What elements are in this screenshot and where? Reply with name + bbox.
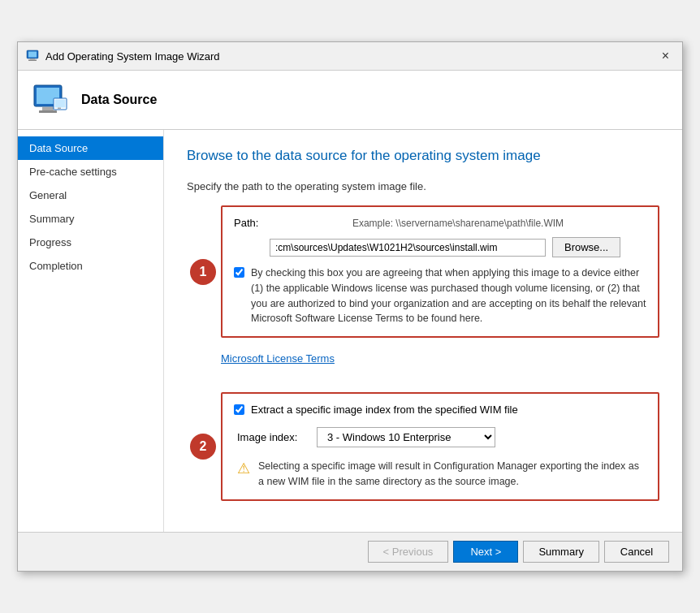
title-bar-text: Add Operating System Image Wizard: [45, 50, 220, 63]
wizard-title-icon: [26, 50, 39, 63]
summary-button[interactable]: Summary: [523, 541, 599, 563]
extract-checkbox[interactable]: [234, 404, 244, 415]
marker-1: 1: [190, 259, 216, 285]
close-button[interactable]: ×: [657, 47, 674, 65]
warning-icon: ⚠: [237, 460, 250, 477]
wizard-header: Data Source: [18, 71, 682, 130]
svg-rect-10: [58, 108, 61, 110]
image-index-label: Image index:: [237, 431, 309, 443]
sidebar-item-pre-cache[interactable]: Pre-cache settings: [18, 160, 163, 183]
sidebar-item-summary[interactable]: Summary: [18, 207, 163, 231]
sidebar: Data Source Pre-cache settings General S…: [18, 130, 164, 531]
cancel-button[interactable]: Cancel: [604, 541, 669, 563]
section1-wrapper: 1 Path: Example: \\servername\sharename\…: [221, 205, 659, 338]
image-index-select[interactable]: 1 - Windows 10 Home 2 - Windows 10 Pro 3…: [317, 427, 495, 447]
wizard-body: Data Source Pre-cache settings General S…: [18, 130, 682, 531]
header-title: Data Source: [81, 93, 157, 107]
previous-button[interactable]: < Previous: [368, 541, 449, 563]
sidebar-item-general[interactable]: General: [18, 183, 163, 207]
license-terms-link[interactable]: Microsoft License Terms: [221, 352, 335, 365]
extract-label: Extract a specific image index from the …: [251, 404, 518, 416]
section2-box: Extract a specific image index from the …: [221, 392, 659, 501]
svg-rect-9: [55, 100, 66, 108]
image-index-row: Image index: 1 - Windows 10 Home 2 - Win…: [234, 427, 646, 447]
path-input-row: Browse...: [234, 237, 646, 257]
svg-rect-7: [39, 110, 57, 113]
svg-rect-2: [30, 58, 35, 60]
svg-rect-6: [42, 107, 54, 110]
section2-wrapper: 2 Extract a specific image index from th…: [221, 392, 659, 501]
path-example: Example: \\servername\sharename\path\fil…: [270, 218, 646, 229]
wizard-window: Add Operating System Image Wizard × Data…: [17, 41, 683, 571]
main-heading: Browse to the data source for the operat…: [187, 146, 659, 166]
warning-row: ⚠ Selecting a specific image will result…: [234, 459, 646, 490]
license-checkbox-row: By checking this box you are agreeing th…: [234, 265, 646, 326]
next-button[interactable]: Next >: [453, 541, 518, 563]
path-input[interactable]: [270, 239, 546, 257]
license-checkbox-text: By checking this box you are agreeing th…: [251, 265, 646, 326]
main-content: Browse to the data source for the operat…: [164, 130, 682, 531]
title-bar: Add Operating System Image Wizard ×: [18, 42, 682, 71]
main-description: Specify the path to the operating system…: [187, 180, 659, 192]
sidebar-item-completion[interactable]: Completion: [18, 254, 163, 278]
sidebar-item-data-source[interactable]: Data Source: [18, 136, 163, 160]
path-label: Path:: [234, 217, 263, 229]
title-bar-left: Add Operating System Image Wizard: [26, 50, 220, 63]
extract-row: Extract a specific image index from the …: [234, 404, 646, 416]
section1-box: Path: Example: \\servername\sharename\pa…: [221, 205, 659, 338]
browse-button[interactable]: Browse...: [552, 237, 620, 257]
license-checkbox[interactable]: [234, 267, 244, 278]
wizard-footer: < Previous Next > Summary Cancel: [18, 532, 682, 571]
svg-rect-3: [28, 60, 37, 62]
svg-rect-1: [28, 52, 37, 58]
path-row: Path: Example: \\servername\sharename\pa…: [234, 217, 646, 229]
marker-2: 2: [190, 434, 216, 460]
sidebar-item-progress[interactable]: Progress: [18, 231, 163, 254]
warning-text: Selecting a specific image will result i…: [258, 459, 646, 490]
header-icon: [31, 80, 70, 119]
